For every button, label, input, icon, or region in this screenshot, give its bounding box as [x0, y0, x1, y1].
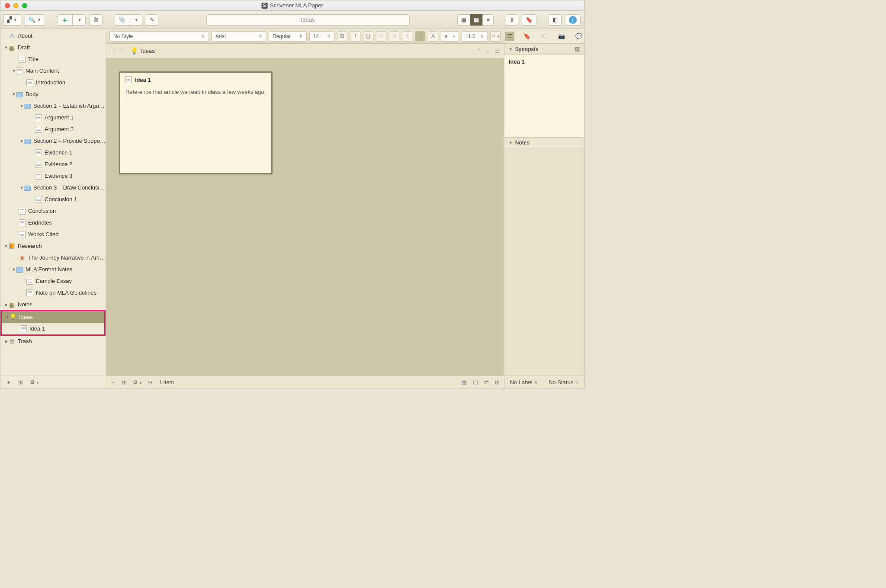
share-button[interactable]: ⇧	[506, 14, 518, 26]
font-dropdown[interactable]: Arial⇅	[212, 31, 266, 42]
inspector-notes-tab[interactable]: ☰	[505, 32, 514, 41]
close-button[interactable]	[5, 3, 10, 8]
align-center-button[interactable]: ≡	[389, 31, 399, 42]
search-text: Ideas	[301, 16, 315, 23]
attach-menu[interactable]: ▼	[129, 14, 142, 26]
titlebar: S Scrivener MLA Paper	[0, 0, 584, 11]
binder-note-mla[interactable]: Note on MLA Guidelines	[0, 287, 106, 299]
binder-section-3[interactable]: ▼Section 3 – Draw Conclusi…	[0, 182, 106, 193]
binder-idea-1[interactable]: Idea 1	[2, 323, 104, 334]
notes-text[interactable]	[504, 148, 584, 376]
notes-header[interactable]: ▼Notes	[504, 137, 584, 148]
corkboard[interactable]: Idea 1 Reference that article we read in…	[106, 58, 504, 376]
binder-journey[interactable]: The Journey Narrative in Am…	[0, 252, 106, 263]
item-count: 1 item	[159, 379, 174, 386]
card-synopsis[interactable]: Reference that article we read in class …	[120, 87, 271, 98]
add-button[interactable]: ＋	[57, 14, 73, 26]
binder-example-essay[interactable]: Eample Essay	[0, 275, 106, 287]
quick-search-bar[interactable]: Ideas	[206, 14, 410, 26]
align-justify-button[interactable]: ≡	[415, 31, 425, 42]
view-outline-button[interactable]: ≡	[482, 14, 494, 26]
inspector-metadata-tab[interactable]: 🏷	[539, 32, 549, 41]
binder-endnotes[interactable]: Endnotes	[0, 217, 106, 228]
binder-works-cited[interactable]: Works Cited	[0, 228, 106, 240]
binder-notes[interactable]: ▶Notes	[0, 299, 106, 310]
inspector-snapshots-tab[interactable]: 📷	[557, 32, 566, 41]
add-document-icon[interactable]: ＋	[6, 379, 11, 386]
fullscreen-button[interactable]: ◧	[549, 14, 562, 26]
label-dropdown[interactable]: No Label⇅	[510, 379, 538, 386]
zoom-button[interactable]	[22, 3, 27, 8]
align-left-button[interactable]: ≡	[376, 31, 386, 42]
layout-button[interactable]: ▞▼	[3, 14, 21, 26]
view-corkboard-button[interactable]: ▦	[470, 14, 483, 26]
compose-button[interactable]: ✎	[146, 14, 158, 26]
list-dropdown[interactable]: ≣▾	[490, 31, 501, 42]
breadcrumb[interactable]: 💡 Ideas	[130, 47, 155, 55]
binder-argument-1[interactable]: Argument 1	[0, 112, 106, 123]
image-toggle-icon[interactable]: 🖼	[575, 46, 580, 52]
binder-evidence-2[interactable]: Evidence 2	[0, 158, 106, 170]
attach-button[interactable]: 📎	[115, 14, 129, 26]
binder-evidence-1[interactable]: Evidence 1	[0, 147, 106, 158]
trash-button[interactable]: 🗑	[89, 14, 103, 26]
inspector-bookmarks-tab[interactable]: 🔖	[522, 32, 532, 41]
corkboard-label-icon[interactable]: ⇄	[484, 379, 489, 386]
view-document-button[interactable]: ▤	[457, 14, 470, 26]
index-card[interactable]: Idea 1 Reference that article we read in…	[119, 71, 273, 174]
highlight-dropdown[interactable]: a▾	[441, 31, 459, 42]
bold-button[interactable]: B	[337, 31, 347, 42]
inspector-toggle-button[interactable]: i	[565, 14, 581, 26]
binder-introduction[interactable]: Introduction	[0, 77, 106, 88]
corkboard-grid-icon[interactable]: ▦	[462, 379, 467, 386]
toolbar: ▞▼ 🔍▼ ＋ ▼ 🗑 📎 ▼ ✎ Ideas ▤ ▦ ≡ ⇧ 🔖 ◧ i	[0, 11, 584, 29]
binder-evidence-3[interactable]: Evidence 3	[0, 170, 106, 182]
card-title[interactable]: Idea 1	[120, 73, 271, 87]
underline-button[interactable]: U	[363, 31, 373, 42]
binder-research[interactable]: ▼Research	[0, 240, 106, 252]
binder-about[interactable]: About	[0, 30, 106, 42]
line-spacing-dropdown[interactable]: ↕ 1.0⇅	[462, 31, 488, 42]
binder-trash[interactable]: ▶Trash	[0, 335, 106, 347]
footer-folder-icon[interactable]: ⊞	[122, 379, 127, 386]
nav-outline-icon[interactable]: ☰	[494, 48, 500, 54]
binder-title[interactable]: Title	[0, 53, 106, 65]
text-color-button[interactable]: A	[428, 31, 438, 42]
footer-gear-icon[interactable]: ⚙▾	[133, 379, 142, 386]
nav-forward-icon[interactable]: 〉	[120, 47, 126, 55]
nav-back-icon[interactable]: 〈	[110, 47, 116, 55]
add-menu[interactable]: ▼	[72, 14, 86, 26]
footer-open-icon[interactable]: ↪	[148, 379, 153, 386]
align-right-button[interactable]: ≡	[402, 31, 412, 42]
binder-draft[interactable]: ▼Draft	[0, 42, 106, 53]
binder-conclusion-1[interactable]: Conclusion 1	[0, 193, 106, 205]
binder-ideas[interactable]: ▼Ideas	[2, 311, 104, 323]
binder-conclusion[interactable]: Conclusion	[0, 205, 106, 217]
inspector-comments-tab[interactable]: 💬	[574, 32, 584, 41]
binder-argument-2[interactable]: Argument 2	[0, 123, 106, 135]
binder-gear-icon[interactable]: ⚙▾	[30, 379, 39, 386]
binder-section-1[interactable]: ▼Section 1 – Establish Argu…	[0, 100, 106, 112]
corkboard-free-icon[interactable]: ▢	[473, 379, 478, 386]
bookmark-button[interactable]: 🔖	[522, 14, 536, 26]
footer-add-icon[interactable]: ＋	[110, 379, 116, 386]
binder-body[interactable]: ▼Body	[0, 88, 106, 100]
nav-next-doc-icon[interactable]: ⌄	[485, 48, 490, 54]
font-weight-dropdown[interactable]: Regular⇅	[269, 31, 307, 42]
minimize-button[interactable]	[13, 3, 19, 8]
font-size-dropdown[interactable]: 14⇅	[309, 31, 334, 42]
status-dropdown[interactable]: No Status⇅	[549, 379, 578, 386]
nav-prev-doc-icon[interactable]: ⌃	[476, 48, 481, 54]
binder-section-2[interactable]: ▼Section 2 – Provide Suppo…	[0, 135, 106, 147]
binder-main-content[interactable]: ▼Main Content	[0, 65, 106, 77]
synopsis-header[interactable]: ▼Synopsis 🖼	[504, 44, 584, 55]
binder-mla-notes[interactable]: ▼MLA Format Notes	[0, 263, 106, 275]
italic-button[interactable]: I	[350, 31, 360, 42]
inspector-sidebar: ☰ 🔖 🏷 📷 💬 ▼Synopsis 🖼 Idea 1 ▼Notes No L…	[504, 29, 584, 389]
editor-footer: ＋ ⊞ ⚙▾ ↪ 1 item ▦ ▢ ⇄ ⊞	[106, 376, 504, 389]
style-dropdown[interactable]: No Style⇅	[109, 31, 209, 42]
corkboard-options-icon[interactable]: ⊞	[495, 379, 500, 386]
add-folder-icon[interactable]: ⊞	[18, 379, 23, 386]
search-button[interactable]: 🔍▼	[25, 14, 45, 26]
synopsis-text[interactable]: Idea 1	[504, 55, 584, 137]
